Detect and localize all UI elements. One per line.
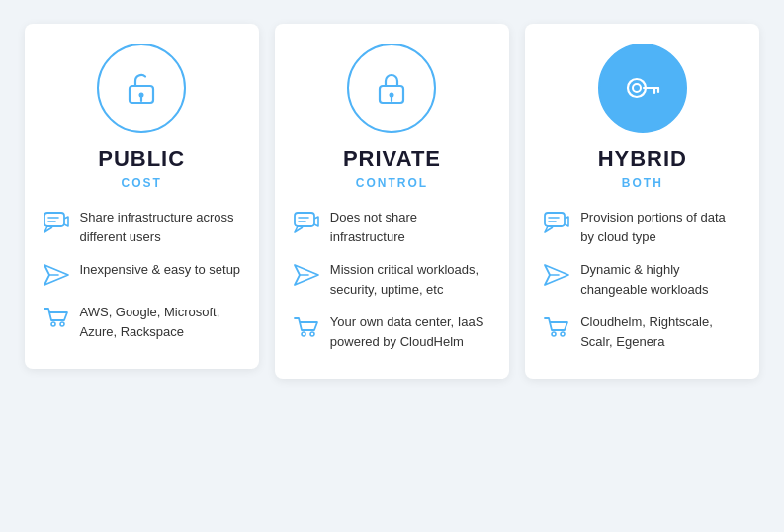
private-feature-text-1: Mission critical workloads, security, up… [330,260,491,299]
svg-point-30 [552,332,556,336]
svg-rect-3 [44,213,64,226]
hybrid-features: Provision portions of data by cloud type… [543,208,741,351]
hybrid-feature-text-0: Provision portions of data by cloud type [580,208,741,246]
svg-point-8 [51,322,55,326]
public-feature-2: AWS, Google, Microsoft, Azure, Rackspace [43,303,241,341]
chat-icon [43,209,70,236]
private-feature-0: Does not share infrastructure [293,208,491,246]
cart-icon [293,313,320,341]
send-icon [543,261,570,289]
card-public: PUBLICCOST Share infrastructure across d… [25,24,259,369]
cart-icon [43,304,70,331]
svg-rect-25 [545,213,565,226]
private-feature-text-0: Does not share infrastructure [330,208,491,246]
public-icon-circle [97,44,186,133]
chat-icon [293,209,320,236]
public-features: Share infrastructure across different us… [43,208,241,341]
private-title: PRIVATE [343,146,441,172]
svg-point-21 [633,84,641,92]
public-feature-1: Inexpensive & easy to setup [43,260,241,289]
hybrid-feature-1: Dynamic & highly changeable workloads [543,260,741,299]
svg-rect-13 [295,213,314,226]
private-feature-1: Mission critical workloads, security, up… [293,260,491,299]
svg-point-18 [302,332,305,336]
private-features: Does not share infrastructure Mission cr… [293,208,491,351]
hybrid-title: HYBRID [598,146,687,172]
hybrid-feature-0: Provision portions of data by cloud type [543,208,741,246]
send-icon [293,261,320,289]
svg-point-31 [561,332,565,336]
hybrid-feature-2: Cloudhelm, Rightscale, Scalr, Egenera [543,312,741,351]
hybrid-feature-text-1: Dynamic & highly changeable workloads [580,260,741,299]
svg-point-9 [60,322,64,326]
cart-icon [543,313,570,341]
hybrid-icon-circle [598,44,687,133]
send-icon [43,261,70,289]
public-feature-text-0: Share infrastructure across different us… [80,208,241,246]
private-icon-circle [347,44,436,133]
public-feature-text-1: Inexpensive & easy to setup [80,260,241,280]
public-feature-text-2: AWS, Google, Microsoft, Azure, Rackspace [80,303,241,341]
comparison-container: PUBLICCOST Share infrastructure across d… [17,24,768,508]
hybrid-feature-text-2: Cloudhelm, Rightscale, Scalr, Egenera [580,312,741,351]
chat-icon [543,209,570,236]
hybrid-subtitle: BOTH [622,176,663,190]
card-private: PRIVATECONTROL Does not share infrastruc… [275,24,509,379]
private-feature-text-2: Your own data center, IaaS powered by Cl… [330,312,491,351]
private-subtitle: CONTROL [356,176,428,190]
card-hybrid: HYBRIDBOTH Provision portions of data by… [525,24,759,379]
public-feature-0: Share infrastructure across different us… [43,208,241,246]
private-feature-2: Your own data center, IaaS powered by Cl… [293,312,491,351]
public-title: PUBLIC [98,146,185,172]
public-subtitle: COST [121,176,161,190]
svg-point-19 [310,332,314,336]
